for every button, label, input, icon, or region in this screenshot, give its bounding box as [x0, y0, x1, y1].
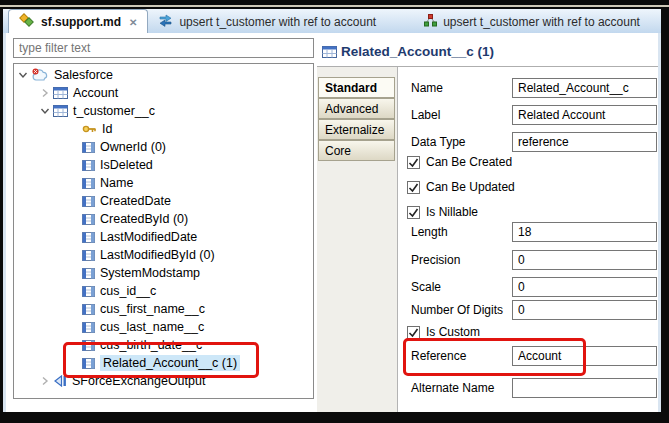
checkbox-checked-icon[interactable]: [407, 181, 420, 194]
close-icon[interactable]: ✕: [129, 17, 137, 28]
tree-item-account[interactable]: Account: [14, 84, 313, 102]
tree-item-t-customer[interactable]: t_customer__c: [14, 102, 313, 120]
column-icon: [82, 268, 95, 279]
tab-upsert-job[interactable]: upsert t_customer with ref to account: [148, 10, 386, 33]
column-icon: [82, 358, 95, 369]
length-label: Length: [411, 225, 448, 239]
tree-item-related-account[interactable]: Related_Account__c (1): [14, 354, 313, 372]
tab-advanced[interactable]: Advanced: [318, 98, 395, 119]
tree-item-label-selected: Related_Account__c (1): [100, 355, 240, 371]
checkbox-label: Can Be Updated: [426, 180, 515, 194]
tree-item-label: cus_id__c: [100, 284, 156, 298]
tree-item-label: Name: [100, 176, 133, 190]
tab-label: upsert t_customer with ref to account: [443, 15, 640, 29]
tree-item-isdeleted[interactable]: IsDeleted: [14, 156, 313, 174]
is-custom-checkbox-row[interactable]: Is Custom: [407, 325, 480, 339]
can-be-created-checkbox-row[interactable]: Can Be Created: [407, 155, 512, 169]
column-icon: [82, 142, 95, 153]
tab-upsert-business-model[interactable]: upsert t_customer with ref to account: [414, 10, 650, 33]
reference-field[interactable]: [512, 346, 657, 366]
checkbox-checked-icon[interactable]: [407, 326, 420, 339]
tree-item-label: CreatedById (0): [100, 212, 188, 226]
tree-item-label: SystemModstamp: [100, 266, 200, 280]
tree-item-label: cus_first_name__c: [100, 302, 205, 316]
tab-label: sf.support.md: [41, 15, 121, 29]
tree-item-lastmodifiedbyid[interactable]: LastModifiedById (0): [14, 246, 313, 264]
checkbox-label: Can Be Created: [426, 155, 512, 169]
business-model-icon: [424, 14, 437, 30]
metadata-tree: Salesforce Account: [13, 63, 314, 399]
filter-input[interactable]: [13, 38, 314, 58]
data-type-field[interactable]: [512, 132, 657, 152]
name-field[interactable]: [512, 78, 657, 98]
tree-item-label: Id: [102, 122, 112, 136]
tab-label: upsert t_customer with ref to account: [179, 15, 376, 29]
editor-tab-bar: sf.support.md ✕ upsert t_customer with r…: [3, 9, 661, 34]
tree-item-createddate[interactable]: CreatedDate: [14, 192, 313, 210]
tree-item-systemmodstamp[interactable]: SystemModstamp: [14, 264, 313, 282]
tree-item-label: IsDeleted: [100, 158, 153, 172]
label-label: Label: [411, 108, 440, 122]
tree-item-label: OwnerId (0): [100, 140, 166, 154]
tree-item-ownerid[interactable]: OwnerId (0): [14, 138, 313, 156]
column-icon: [82, 232, 95, 243]
can-be-updated-checkbox-row[interactable]: Can Be Updated: [407, 180, 515, 194]
salesforce-cloud-icon: [31, 68, 49, 82]
reference-label: Reference: [411, 349, 466, 363]
checkbox-label: Is Custom: [426, 325, 480, 339]
tree-item-label: cus_last_name__c: [100, 320, 204, 334]
alternate-name-field[interactable]: [512, 378, 657, 398]
label-field[interactable]: [512, 105, 657, 125]
number-of-digits-label: Number Of Digits: [411, 303, 503, 317]
chevron-right-icon[interactable]: [39, 87, 51, 99]
tree-item-salesforce[interactable]: Salesforce: [14, 66, 313, 84]
tree-item-cus-first-name[interactable]: cus_first_name__c: [14, 300, 313, 318]
number-of-digits-field[interactable]: [512, 300, 657, 320]
chevron-right-icon[interactable]: [39, 375, 51, 387]
tab-externalize[interactable]: Externalize: [318, 119, 395, 140]
tree-item-label: CreatedDate: [100, 194, 171, 208]
length-field[interactable]: [512, 222, 657, 242]
scale-label: Scale: [411, 280, 441, 294]
checkbox-label: Is Nillable: [426, 205, 478, 219]
tree-item-label: t_customer__c: [73, 104, 155, 118]
column-icon: [82, 250, 95, 261]
is-nillable-checkbox-row[interactable]: Is Nillable: [407, 205, 478, 219]
tree-item-label: cus_birth_date__c: [100, 338, 202, 352]
exchange-output-icon: [53, 375, 67, 387]
tree-item-cus-id[interactable]: cus_id__c: [14, 282, 313, 300]
chevron-down-icon[interactable]: [39, 105, 51, 117]
tree-item-createdbyid[interactable]: CreatedById (0): [14, 210, 313, 228]
tree-item-sforce-exchange-output[interactable]: SForceExchangeOutput: [14, 372, 313, 390]
table-icon: [53, 87, 68, 99]
column-icon: [82, 178, 95, 189]
checkbox-checked-icon[interactable]: [407, 206, 420, 219]
table-icon: [322, 46, 337, 61]
key-icon: [82, 123, 97, 135]
tree-item-label: LastModifiedById (0): [100, 248, 215, 262]
metadata-icon: [19, 13, 35, 31]
precision-field[interactable]: [512, 250, 657, 270]
column-icon: [82, 322, 95, 333]
column-icon: [82, 304, 95, 315]
tree-item-cus-last-name[interactable]: cus_last_name__c: [14, 318, 313, 336]
chevron-down-icon[interactable]: [17, 69, 29, 81]
tree-item-cus-birth-date[interactable]: cus_birth_date__c: [14, 336, 313, 354]
alternate-name-label: Alternate Name: [411, 381, 494, 395]
tree-item-name[interactable]: Name: [14, 174, 313, 192]
tree-item-label: Salesforce: [54, 68, 113, 82]
tab-sf-support-md[interactable]: sf.support.md ✕: [8, 9, 148, 34]
tree-item-id[interactable]: Id: [14, 120, 313, 138]
column-icon: [82, 340, 95, 351]
data-type-label: Data Type: [411, 135, 465, 149]
tab-core[interactable]: Core: [318, 140, 395, 161]
window-top-strip: [0, 5, 669, 7]
job-icon: [158, 14, 173, 30]
column-icon: [82, 160, 95, 171]
checkbox-checked-icon[interactable]: [407, 156, 420, 169]
tab-standard[interactable]: Standard: [318, 77, 395, 98]
scale-field[interactable]: [512, 277, 657, 297]
tree-item-lastmodifieddate[interactable]: LastModifiedDate: [14, 228, 313, 246]
column-icon: [82, 286, 95, 297]
column-icon: [82, 196, 95, 207]
